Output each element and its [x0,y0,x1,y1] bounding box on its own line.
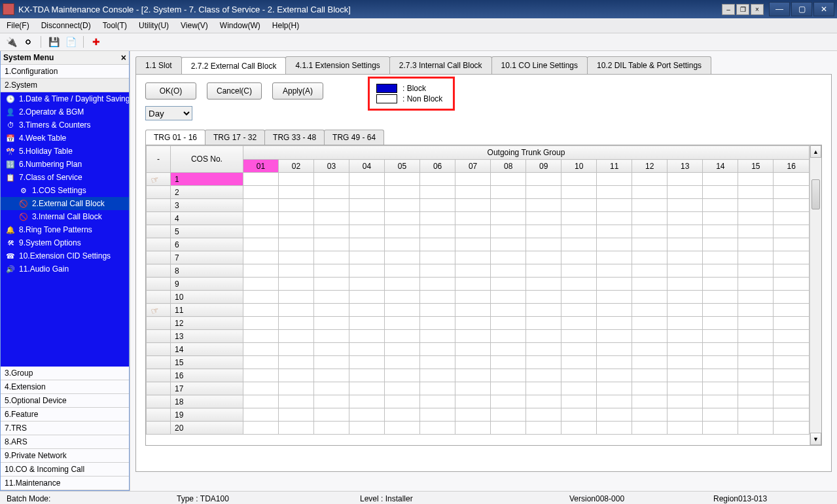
cos-grid[interactable]: -COS No.Outgoing Trunk Group010203040506… [146,145,810,435]
row-header-3[interactable]: 3 [170,199,243,212]
cell-r2-c03[interactable] [313,186,349,199]
cell-r6-c04[interactable] [349,238,385,251]
cell-r8-c16[interactable] [774,264,810,278]
cell-r4-c14[interactable] [703,212,738,225]
cell-r16-c16[interactable] [774,369,810,382]
row-icon-5[interactable] [147,225,171,238]
system-menu-close-icon[interactable]: × [121,52,126,63]
cell-r6-c07[interactable] [455,238,491,251]
cell-r2-c05[interactable] [385,186,420,199]
cell-r6-c16[interactable] [774,238,810,251]
cell-r13-c08[interactable] [491,330,526,343]
row-icon-20[interactable] [147,422,171,435]
cell-r6-c13[interactable] [668,238,703,251]
cell-r10-c02[interactable] [278,291,313,304]
row-icon-6[interactable] [147,238,171,251]
trg-tab-trg-33-48[interactable]: TRG 33 - 48 [264,130,325,145]
cell-r18-c15[interactable] [738,395,774,408]
cell-r11-c06[interactable] [420,304,455,317]
cell-r14-c09[interactable] [526,343,561,356]
cell-r12-c16[interactable] [774,317,810,330]
cell-r5-c12[interactable] [632,225,668,238]
cell-r6-c12[interactable] [632,238,668,251]
sidebar-item-11-audio-gain[interactable]: 🔊11.Audio Gain [1,262,129,276]
cell-r12-c08[interactable] [491,317,526,330]
cell-r11-c10[interactable] [561,304,597,317]
cell-r13-c04[interactable] [349,330,385,343]
scroll-up-button[interactable]: ▲ [810,145,821,158]
cell-r1-c04[interactable] [349,173,385,186]
row-icon-17[interactable] [147,382,171,395]
cell-r18-c05[interactable] [385,395,420,408]
cell-r11-c16[interactable] [774,304,810,317]
cell-r10-c13[interactable] [668,291,703,304]
cell-r12-c04[interactable] [349,317,385,330]
cell-r11-c08[interactable] [491,304,526,317]
cell-r19-c15[interactable] [738,408,774,422]
cell-r14-c15[interactable] [738,343,774,356]
cell-r5-c11[interactable] [597,225,632,238]
cell-r15-c08[interactable] [491,356,526,369]
cell-r15-c09[interactable] [526,356,561,369]
cell-r8-c05[interactable] [385,264,420,278]
cell-r10-c07[interactable] [455,291,491,304]
cell-r9-c02[interactable] [278,278,313,291]
cell-r6-c11[interactable] [597,238,632,251]
cell-r16-c02[interactable] [278,369,313,382]
cell-r14-c04[interactable] [349,343,385,356]
cell-r1-c16[interactable] [774,173,810,186]
cell-r10-c16[interactable] [774,291,810,304]
row-icon-16[interactable] [147,369,171,382]
sidebar-item-3-timers-counters[interactable]: ⏱3.Timers & Counters [1,118,129,132]
sidebar-item-8-ring-tone-patterns[interactable]: 🔔8.Ring Tone Patterns [1,223,129,236]
cell-r8-c09[interactable] [526,264,561,278]
cell-r12-c05[interactable] [385,317,420,330]
cell-r18-c04[interactable] [349,395,385,408]
cell-r2-c06[interactable] [420,186,455,199]
cell-r12-c15[interactable] [738,317,774,330]
tab-1-1-slot[interactable]: 1.1 Slot [135,56,182,74]
row-icon-7[interactable] [147,251,171,264]
cell-r3-c04[interactable] [349,199,385,212]
cell-r19-c06[interactable] [420,408,455,422]
cell-r18-c08[interactable] [491,395,526,408]
col-header-04[interactable]: 04 [349,160,385,173]
cell-r13-c05[interactable] [385,330,420,343]
cell-r7-c14[interactable] [703,251,738,264]
sidebar-cat-extension[interactable]: 4.Extension [1,380,129,394]
cell-r14-c10[interactable] [561,343,597,356]
cell-r7-c07[interactable] [455,251,491,264]
col-header-13[interactable]: 13 [668,160,703,173]
cell-r9-c11[interactable] [597,278,632,291]
cell-r7-c06[interactable] [420,251,455,264]
cell-r5-c04[interactable] [349,225,385,238]
row-icon-9[interactable] [147,278,171,291]
cell-r5-c16[interactable] [774,225,810,238]
cell-r1-c06[interactable] [420,173,455,186]
col-header-14[interactable]: 14 [703,160,738,173]
col-header-07[interactable]: 07 [455,160,491,173]
sidebar-item-3-internal-call-block[interactable]: 🚫3.Internal Call Block [1,210,129,223]
cell-r10-c11[interactable] [597,291,632,304]
apply-button[interactable]: Apply(A) [272,82,323,99]
cell-r8-c03[interactable] [313,264,349,278]
cell-r3-c16[interactable] [774,199,810,212]
cell-r12-c12[interactable] [632,317,668,330]
cell-r14-c05[interactable] [385,343,420,356]
cell-r7-c11[interactable] [597,251,632,264]
cell-r7-c02[interactable] [278,251,313,264]
row-icon-1[interactable] [147,173,171,186]
row-header-16[interactable]: 16 [170,369,243,382]
cell-r19-c08[interactable] [491,408,526,422]
sidebar-cat-maintenance[interactable]: 11.Maintenance [1,477,129,490]
cell-r18-c09[interactable] [526,395,561,408]
row-icon-3[interactable] [147,199,171,212]
row-icon-15[interactable] [147,356,171,369]
row-header-13[interactable]: 13 [170,330,243,343]
cell-r17-c05[interactable] [385,382,420,395]
cell-r8-c11[interactable] [597,264,632,278]
cell-r11-c05[interactable] [385,304,420,317]
cell-r15-c13[interactable] [668,356,703,369]
cell-r5-c09[interactable] [526,225,561,238]
cell-r13-c15[interactable] [738,330,774,343]
